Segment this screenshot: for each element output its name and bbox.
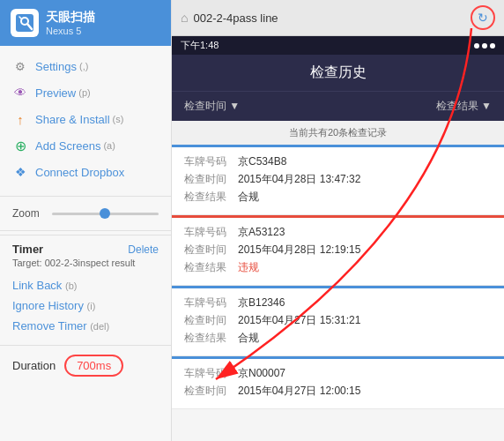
- field-key: 检查结果: [184, 190, 233, 205]
- record-row: 检查时间 2015年04月27日 12:00:15: [184, 384, 492, 399]
- field-value: 合规: [238, 331, 259, 346]
- record-card-2: 车牌号码 京A53123 检查时间 2015年04月28日 12:19:15 检…: [172, 215, 504, 286]
- record-row: 检查时间 2015年04月27日 15:31:21: [184, 313, 492, 328]
- toolbar-time-col[interactable]: 检查时间 ▼: [184, 99, 240, 114]
- plus-circle-icon: ⊕: [12, 138, 28, 153]
- wifi-icon: [482, 43, 487, 49]
- preview-label: Preview: [35, 86, 76, 100]
- record-row: 检查结果 合规: [184, 331, 492, 346]
- sidebar-header: 天眼扫描 Nexus 5: [0, 0, 171, 46]
- field-value: 2015年04月27日 12:00:15: [238, 384, 360, 399]
- battery-icon: [490, 43, 495, 49]
- duration-label: Duration: [12, 359, 56, 372]
- sidebar: 天眼扫描 Nexus 5 ⚙ Settings (,) 👁 Preview (p…: [0, 0, 172, 441]
- record-body-1: 车牌号码 京C534B8 检查时间 2015年04月28日 13:47:32 检…: [172, 147, 504, 214]
- record-card-1: 车牌号码 京C534B8 检查时间 2015年04月28日 13:47:32 检…: [172, 145, 504, 215]
- zoom-thumb: [100, 208, 110, 219]
- ignore-history-shortcut: (i): [87, 301, 96, 311]
- eye-icon: 👁: [12, 85, 28, 101]
- phone-header-bar: ⌂ 002-2-4pass line ↻: [172, 0, 504, 36]
- app-info: 天眼扫描 Nexus 5: [46, 10, 95, 36]
- phone-content: 当前共有20条检查记录 车牌号码 京C534B8 检查时间 2015年04月28…: [172, 121, 504, 441]
- record-row: 车牌号码 京N00007: [184, 366, 492, 381]
- field-key: 车牌号码: [184, 366, 233, 381]
- sidebar-item-settings[interactable]: ⚙ Settings (,): [0, 53, 171, 79]
- timer-section: Timer Delete Target: 002-2-3inspect resu…: [0, 235, 171, 345]
- settings-label: Settings: [35, 60, 77, 73]
- sidebar-item-add-screens[interactable]: ⊕ Add Screens (a): [0, 132, 171, 159]
- ignore-history-button[interactable]: Ignore History (i): [12, 297, 159, 314]
- remove-timer-shortcut: (del): [90, 321, 109, 332]
- sidebar-item-preview[interactable]: 👁 Preview (p): [0, 79, 171, 106]
- divider-2: [0, 230, 171, 231]
- field-value: 京N00007: [238, 366, 285, 381]
- phone-title: 002-2-4pass line: [193, 11, 465, 25]
- sidebar-item-share[interactable]: ↑ Share & Install (s): [0, 106, 171, 132]
- record-row: 检查时间 2015年04月28日 13:47:32: [184, 172, 492, 187]
- field-key: 检查结果: [184, 260, 233, 275]
- field-key: 检查时间: [184, 172, 233, 187]
- field-value: 2015年04月27日 15:31:21: [238, 313, 360, 328]
- status-icons: [474, 43, 495, 49]
- timer-delete-button[interactable]: Delete: [128, 243, 159, 256]
- field-value: 2015年04月28日 13:47:32: [238, 172, 360, 187]
- record-body-3: 车牌号码 京B12346 检查时间 2015年04月27日 15:31:21 检…: [172, 288, 504, 355]
- dropbox-icon: ❖: [12, 164, 28, 180]
- content-summary: 当前共有20条检查记录: [172, 121, 504, 145]
- duration-value: 700ms: [64, 355, 123, 377]
- record-row: 车牌号码 京A53123: [184, 225, 492, 240]
- field-value: 违规: [238, 260, 259, 275]
- preview-shortcut: (p): [78, 87, 90, 98]
- timer-target: Target: 002-2-3inspect result: [12, 258, 159, 268]
- sidebar-item-dropbox[interactable]: ❖ Connect Dropbox: [0, 159, 171, 185]
- remove-timer-button[interactable]: Remove Timer (del): [12, 318, 159, 334]
- add-screens-label: Add Screens: [35, 139, 100, 153]
- toolbar-result-col[interactable]: 检查结果 ▼: [436, 99, 492, 114]
- gear-icon: ⚙: [12, 58, 28, 74]
- toolbar-result-label: 检查结果 ▼: [436, 99, 492, 114]
- record-body-2: 车牌号码 京A53123 检查时间 2015年04月28日 12:19:15 检…: [172, 218, 504, 285]
- link-back-shortcut: (b): [65, 280, 77, 291]
- phone-app-title: 检查历史: [310, 64, 367, 79]
- phone-screen: 下午1:48 检查历史 检查时间 ▼ 检查结果 ▼ 当前共有20条检查记录: [172, 36, 504, 441]
- phone-toolbar: 检查时间 ▼ 检查结果 ▼: [172, 91, 504, 121]
- field-key: 检查时间: [184, 313, 233, 328]
- timer-label: Timer: [12, 243, 43, 256]
- status-time: 下午1:48: [181, 39, 219, 52]
- field-value: 京A53123: [238, 225, 285, 240]
- record-card-3: 车牌号码 京B12346 检查时间 2015年04月27日 15:31:21 检…: [172, 286, 504, 356]
- field-key: 检查时间: [184, 384, 233, 399]
- remove-timer-label: Remove Timer: [12, 319, 87, 333]
- share-icon: ↑: [12, 111, 28, 127]
- app-icon: [11, 9, 39, 37]
- record-body-4: 车牌号码 京N00007 检查时间 2015年04月27日 12:00:15: [172, 359, 504, 408]
- zoom-slider[interactable]: [52, 213, 159, 215]
- refresh-button[interactable]: ↻: [471, 5, 495, 30]
- timer-links: Link Back (b) Ignore History (i) Remove …: [12, 273, 159, 338]
- field-key: 车牌号码: [184, 154, 233, 169]
- link-back-label: Link Back: [12, 279, 62, 292]
- device-name: Nexus 5: [46, 26, 95, 36]
- timer-header: Timer Delete: [12, 243, 159, 256]
- duration-section: Duration 700ms: [0, 345, 171, 385]
- field-key: 车牌号码: [184, 295, 233, 310]
- add-screens-shortcut: (a): [103, 140, 115, 151]
- record-row: 车牌号码 京B12346: [184, 295, 492, 310]
- field-value: 京C534B8: [238, 154, 286, 169]
- signal-icon: [474, 43, 479, 49]
- status-bar: 下午1:48: [172, 36, 504, 55]
- field-key: 检查时间: [184, 243, 233, 258]
- share-label: Share & Install: [35, 113, 110, 126]
- zoom-label: Zoom: [12, 207, 43, 220]
- ignore-history-label: Ignore History: [12, 299, 84, 312]
- dropbox-label: Connect Dropbox: [35, 166, 124, 179]
- home-icon: ⌂: [181, 11, 188, 25]
- link-back-button[interactable]: Link Back (b): [12, 277, 159, 294]
- app-name: 天眼扫描: [46, 10, 95, 26]
- field-value: 京B12346: [238, 295, 285, 310]
- phone-app-header: 检查历史: [172, 55, 504, 91]
- record-row: 车牌号码 京C534B8: [184, 154, 492, 169]
- field-value: 合规: [238, 190, 259, 205]
- divider-1: [0, 196, 171, 197]
- settings-shortcut: (,): [79, 61, 88, 71]
